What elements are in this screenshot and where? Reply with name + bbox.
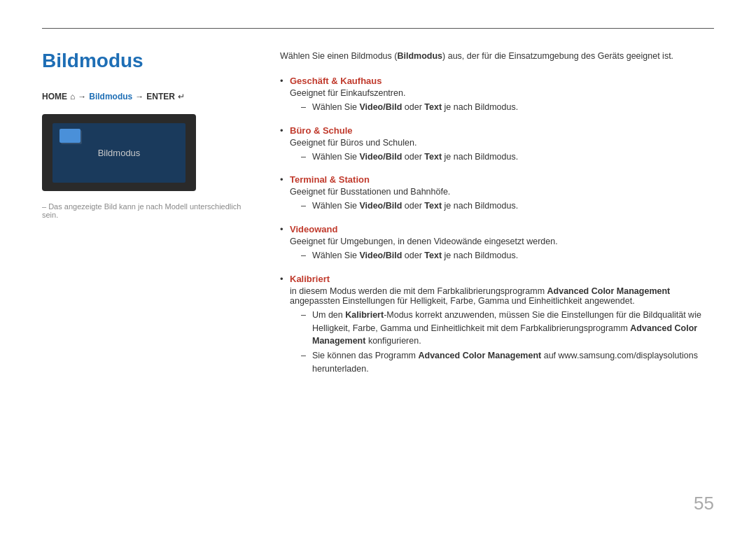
list-item-videowand: Videowand Geeignet für Umgebungen, in de… xyxy=(280,224,714,262)
left-column: Bildmodus HOME ⌂ → Bildmodus → ENTER ↵ B… xyxy=(42,50,252,506)
desc-geschaeft: Geeignet für Einkaufszentren. xyxy=(290,88,714,98)
monitor-screen: Bildmodus xyxy=(52,123,186,183)
desc-videowand: Geeignet für Umgebungen, in denen Videow… xyxy=(290,237,714,246)
right-column: Wählen Sie einen Bildmodus (Bildmodus) a… xyxy=(280,50,714,506)
enter-icon: ↵ xyxy=(178,92,185,101)
monitor-box: Bildmodus xyxy=(42,114,196,191)
heading-terminal: Terminal & Station xyxy=(290,174,714,185)
sub-list-kalibriert: Um den Kalibriert-Modus korrekt anzuwend… xyxy=(290,309,714,376)
top-rule xyxy=(42,28,714,29)
sub-item: Wählen Sie Video/Bild oder Text je nach … xyxy=(301,150,714,164)
breadcrumb-arrow1: → xyxy=(78,92,86,101)
content-area: Bildmodus HOME ⌂ → Bildmodus → ENTER ↵ B… xyxy=(42,50,714,506)
heading-buero: Büro & Schule xyxy=(290,125,714,136)
intro-text: Wählen Sie einen Bildmodus (Bildmodus) a… xyxy=(280,50,714,63)
desc-buero: Geeignet für Büros und Schulen. xyxy=(290,138,714,148)
enter-label: ENTER xyxy=(146,92,175,101)
desc-terminal: Geeignet für Busstationen und Bahnhöfe. xyxy=(290,187,714,197)
sub-item: Sie können das Programm Advanced Color M… xyxy=(301,349,714,376)
sub-item: Um den Kalibriert-Modus korrekt anzuwend… xyxy=(301,309,714,348)
sub-list-terminal: Wählen Sie Video/Bild oder Text je nach … xyxy=(290,199,714,213)
list-item-geschaeft: Geschäft & Kaufhaus Geeignet für Einkauf… xyxy=(280,76,714,114)
heading-geschaeft: Geschäft & Kaufhaus xyxy=(290,76,714,86)
heading-kalibriert: Kalibriert xyxy=(290,274,714,284)
monitor-label: Bildmodus xyxy=(98,148,141,158)
sub-item: Wählen Sie Video/Bild oder Text je nach … xyxy=(301,249,714,262)
page-container: Bildmodus HOME ⌂ → Bildmodus → ENTER ↵ B… xyxy=(0,0,756,534)
home-label: HOME xyxy=(42,92,67,101)
breadcrumb-current: Bildmodus xyxy=(89,92,132,101)
list-item-kalibriert: Kalibriert in diesem Modus werden die mi… xyxy=(280,274,714,376)
list-item-buero: Büro & Schule Geeignet für Büros und Sch… xyxy=(280,125,714,164)
breadcrumb-arrow2: → xyxy=(135,92,144,101)
home-icon: ⌂ xyxy=(70,92,75,101)
page-number: 55 xyxy=(694,493,714,514)
sub-list-geschaeft: Wählen Sie Video/Bild oder Text je nach … xyxy=(290,101,714,114)
sub-item: Wählen Sie Video/Bild oder Text je nach … xyxy=(301,199,714,213)
page-title: Bildmodus xyxy=(42,50,252,72)
list-item-terminal: Terminal & Station Geeignet für Busstati… xyxy=(280,174,714,213)
intro-bold: Bildmodus xyxy=(397,51,442,61)
desc-kalibriert: in diesem Modus werden die mit dem Farbk… xyxy=(290,286,714,306)
sub-list-buero: Wählen Sie Video/Bild oder Text je nach … xyxy=(290,150,714,164)
heading-videowand: Videowand xyxy=(290,224,714,234)
sub-item: Wählen Sie Video/Bild oder Text je nach … xyxy=(301,101,714,114)
monitor-caption: – Das angezeigte Bild kann je nach Model… xyxy=(42,202,252,219)
section-list: Geschäft & Kaufhaus Geeignet für Einkauf… xyxy=(280,76,714,376)
breadcrumb: HOME ⌂ → Bildmodus → ENTER ↵ xyxy=(42,92,252,101)
sub-list-videowand: Wählen Sie Video/Bild oder Text je nach … xyxy=(290,249,714,262)
